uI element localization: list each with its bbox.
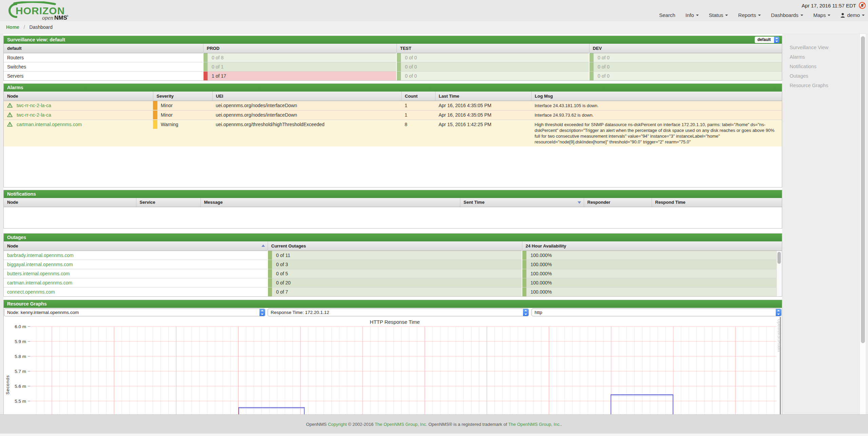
footer-group-link[interactable]: The OpenNMS Group, Inc. bbox=[375, 422, 427, 427]
alarm-node-link[interactable]: cartman.internal.opennms.com bbox=[17, 122, 82, 127]
main-nav: Search Info Status Reports Dashboards Ma… bbox=[659, 12, 865, 18]
outage-current-cell: 0 of 20 bbox=[268, 278, 522, 287]
svg-text:6.0 m: 6.0 m bbox=[15, 324, 26, 329]
sidebar-item-resource-graphs[interactable]: Resource Graphs bbox=[790, 83, 828, 88]
dashboard-sidebar: Surveillance View Alarms Notifications O… bbox=[790, 45, 828, 92]
surveillance-cell[interactable]: 0 of 0 bbox=[589, 62, 782, 71]
surveillance-row: Routers 0 of 8 0 of 0 0 of 0 bbox=[4, 53, 782, 62]
status-strip bbox=[204, 72, 208, 80]
surveillance-cell[interactable]: 0 of 0 bbox=[589, 71, 782, 80]
select-spinner-icon bbox=[776, 309, 781, 316]
alarm-severity-cell: Minor bbox=[153, 110, 212, 120]
outage-node-link[interactable]: biggayal.internal.opennms.com bbox=[7, 262, 73, 267]
svg-text:open: open bbox=[42, 15, 53, 20]
scrollbar-thumb[interactable] bbox=[861, 36, 865, 343]
outages-panel-header: Outages bbox=[4, 234, 782, 241]
alarm-uei-cell: uei.opennms.org/nodes/interfaceDown bbox=[212, 101, 401, 110]
category-label: Routers bbox=[4, 53, 203, 62]
alarm-uei-cell: uei.opennms.org/threshold/highThresholdE… bbox=[212, 120, 401, 146]
surveillance-cell[interactable]: 0 of 8 bbox=[203, 53, 397, 62]
outage-row: cartman.internal.opennms.com 0 of 20 100… bbox=[4, 278, 782, 287]
page-scrollbar[interactable] bbox=[860, 34, 866, 414]
alarm-node-link[interactable]: twc-rr-nc-2-la-ca bbox=[17, 112, 51, 118]
current-datetime: Apr 17, 2016 11:57 EDT bbox=[802, 3, 856, 8]
nav-reports[interactable]: Reports bbox=[738, 12, 761, 18]
surveillance-cell[interactable]: 0 of 0 bbox=[397, 53, 589, 62]
surveillance-cell[interactable]: 0 of 0 bbox=[397, 62, 589, 71]
header-right: Apr 17, 2016 11:57 EDT bbox=[802, 2, 866, 9]
dashboard-content: Surveillance view: default default defau… bbox=[3, 34, 782, 414]
severity-strip bbox=[153, 101, 157, 110]
chevron-down-icon bbox=[801, 15, 803, 16]
alarm-row: twc-rr-nc-2-la-ca Minor uei.opennms.org/… bbox=[4, 110, 782, 120]
user-icon bbox=[841, 13, 845, 18]
nav-dashboards[interactable]: Dashboards bbox=[771, 12, 803, 18]
nav-search[interactable]: Search bbox=[659, 12, 675, 18]
nav-info[interactable]: Info bbox=[686, 12, 699, 18]
chevron-down-icon bbox=[725, 15, 728, 16]
surveillance-cell-critical[interactable]: 1 of 17 bbox=[203, 71, 397, 80]
surveillance-cell[interactable]: 0 of 0 bbox=[589, 53, 782, 62]
sidebar-item-notifications[interactable]: Notifications bbox=[790, 64, 828, 69]
node-select[interactable]: Node: kenny.internal.opennms.com bbox=[4, 309, 265, 316]
sidebar-item-alarms[interactable]: Alarms bbox=[790, 54, 828, 59]
outage-availability-cell: 100.000% bbox=[522, 287, 782, 296]
outage-node-link[interactable]: barbrady.internal.opennms.com bbox=[7, 253, 74, 258]
outages-panel: Outages Node Current Outages 24 Hour Ava… bbox=[3, 233, 782, 297]
surveillance-cell[interactable]: 0 of 1 bbox=[203, 62, 397, 71]
svg-text:5.7 m: 5.7 m bbox=[15, 369, 26, 374]
col-header-current-outages: Current Outages bbox=[268, 241, 522, 251]
notices-off-icon[interactable] bbox=[859, 2, 866, 9]
chevron-down-icon bbox=[758, 15, 761, 16]
notifications-panel: Notifications Node Service Message Sent … bbox=[3, 190, 782, 229]
status-strip bbox=[268, 288, 272, 296]
warning-triangle-icon bbox=[7, 103, 13, 108]
outage-current-cell: 0 of 11 bbox=[268, 251, 522, 260]
nav-maps[interactable]: Maps bbox=[813, 12, 831, 18]
resource-graphs-panel: Resource Graphs Node: kenny.internal.ope… bbox=[3, 300, 782, 414]
status-strip bbox=[204, 53, 208, 62]
category-label: Servers bbox=[4, 71, 203, 80]
outage-node-cell: biggayal.internal.opennms.com bbox=[4, 260, 268, 269]
breadcrumb: Home / Dashboard bbox=[0, 21, 868, 34]
resource-graphs-panel-header: Resource Graphs bbox=[4, 300, 782, 308]
col-header-sent-time[interactable]: Sent Time bbox=[460, 198, 584, 207]
outage-node-link[interactable]: cartman.internal.opennms.com bbox=[7, 280, 72, 285]
col-header-prod: PROD bbox=[203, 44, 397, 53]
nav-user-menu[interactable]: demo bbox=[841, 12, 865, 18]
surveillance-view-select[interactable]: default bbox=[755, 37, 779, 43]
resource-graph-selectors: Node: kenny.internal.opennms.com Respons… bbox=[4, 308, 782, 317]
outage-row: butters.internal.opennms.com 0 of 5 100.… bbox=[4, 269, 782, 278]
alarm-row: twc-rr-nc-2-la-ca Minor uei.opennms.org/… bbox=[4, 101, 782, 110]
alarm-node-link[interactable]: twc-rr-nc-2-la-ca bbox=[17, 103, 51, 108]
svg-text:5.5 m: 5.5 m bbox=[15, 399, 26, 404]
outages-scrollbar[interactable] bbox=[776, 251, 782, 296]
outage-node-link[interactable]: connect.opennms.com bbox=[7, 289, 55, 295]
graph-type-select[interactable]: http bbox=[532, 309, 782, 316]
outage-current-cell: 0 of 5 bbox=[268, 269, 522, 278]
nav-status[interactable]: Status bbox=[709, 12, 728, 18]
col-header-message: Message bbox=[200, 198, 460, 207]
scrollbar-thumb[interactable] bbox=[777, 252, 781, 264]
outage-node-link[interactable]: butters.internal.opennms.com bbox=[7, 271, 70, 276]
svg-text:Seconds: Seconds bbox=[5, 375, 10, 395]
col-header-node[interactable]: Node bbox=[4, 241, 268, 251]
surveillance-cell[interactable]: 0 of 0 bbox=[397, 71, 589, 80]
status-strip bbox=[268, 251, 272, 260]
footer-group-link[interactable]: The OpenNMS Group, Inc. bbox=[508, 422, 561, 427]
footer-copyright-link[interactable]: Copyright bbox=[328, 422, 347, 427]
status-strip bbox=[590, 53, 594, 62]
resource-select[interactable]: Response Time: 172.20.1.12 bbox=[268, 309, 529, 316]
sidebar-item-outages[interactable]: Outages bbox=[790, 73, 828, 78]
sidebar-item-surveillance-view[interactable]: Surveillance View bbox=[790, 45, 828, 50]
footer-text: © 2002-2016 bbox=[348, 422, 373, 427]
status-strip bbox=[522, 288, 526, 296]
alarm-node-cell: twc-rr-nc-2-la-ca bbox=[4, 101, 153, 110]
outage-current-cell: 0 of 7 bbox=[268, 287, 522, 296]
outage-availability-cell: 100.000% bbox=[522, 251, 782, 260]
opennms-horizon-logo[interactable]: HORIZON open NMS ® bbox=[4, 1, 89, 22]
status-strip bbox=[397, 62, 401, 71]
status-strip bbox=[268, 269, 272, 278]
svg-text:HTTP Response Time: HTTP Response Time bbox=[370, 319, 420, 325]
breadcrumb-home-link[interactable]: Home bbox=[6, 24, 19, 30]
